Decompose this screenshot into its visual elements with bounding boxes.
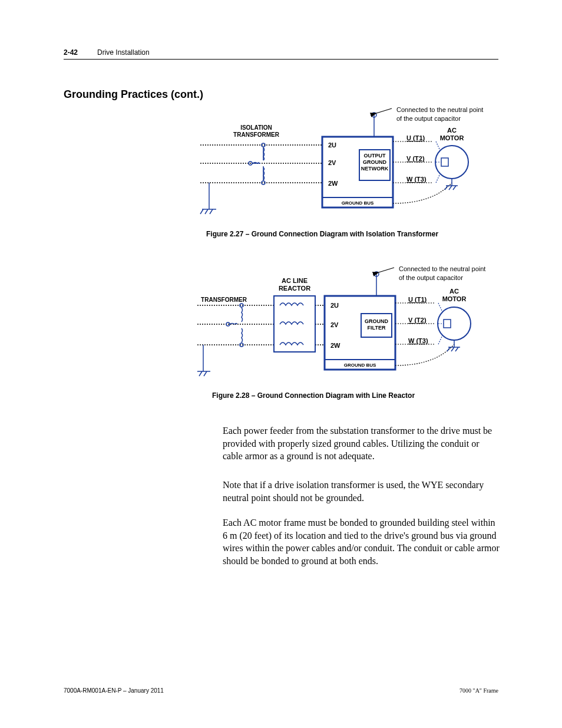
footer-doc-id: 7000A-RM001A-EN-P – January 2011	[64, 687, 164, 694]
svg-line-44	[449, 186, 452, 190]
svg-text:TRANSFORMER: TRANSFORMER	[201, 297, 247, 303]
svg-text:V (T2): V (T2)	[408, 317, 427, 324]
svg-text:GROUND BUS: GROUND BUS	[342, 200, 374, 206]
figure-228-caption: Figure 2.28 – Ground Connection Diagram …	[212, 391, 415, 400]
svg-line-40	[436, 174, 440, 183]
svg-text:REACTOR: REACTOR	[279, 285, 310, 292]
svg-line-38	[436, 141, 440, 150]
footer-frame: 7000 "A" Frame	[459, 687, 498, 694]
svg-line-21	[205, 209, 208, 214]
svg-line-95	[455, 347, 458, 351]
svg-text:ISOLATION: ISOLATION	[240, 124, 272, 131]
svg-line-25	[376, 108, 392, 113]
svg-text:U (T1): U (T1)	[408, 296, 427, 303]
svg-line-72	[204, 371, 207, 376]
svg-line-71	[199, 371, 202, 376]
svg-line-45	[453, 186, 456, 190]
paragraph-2: Note that if a drive isolation transform…	[223, 479, 500, 504]
figure-227-diagram: OUTPUT GROUND NETWORK GROUND BUS 2U 2V 2…	[197, 106, 504, 223]
svg-text:FILTER: FILTER	[368, 325, 386, 331]
svg-text:AC: AC	[447, 127, 457, 134]
svg-rect-37	[441, 158, 448, 166]
svg-line-93	[447, 347, 450, 351]
svg-text:2V: 2V	[330, 321, 339, 328]
svg-text:MOTOR: MOTOR	[440, 134, 464, 141]
svg-text:Connected to the neutral point: Connected to the neutral point	[396, 106, 483, 113]
svg-text:2W: 2W	[328, 180, 338, 187]
svg-text:V (T2): V (T2)	[406, 155, 425, 162]
svg-text:GROUND BUS: GROUND BUS	[344, 363, 376, 368]
svg-text:W (T3): W (T3)	[406, 176, 427, 183]
svg-text:2W: 2W	[330, 342, 340, 349]
figure-228-diagram: GROUND FILTER GROUND BUS 2U 2V 2W AC LIN…	[197, 265, 504, 388]
figure-227-caption: Figure 2.27 – Ground Connection Diagram …	[206, 230, 438, 238]
svg-line-94	[451, 347, 454, 351]
svg-text:TRANSFORMER: TRANSFORMER	[233, 131, 280, 138]
svg-text:of the output capacitor: of the output capacitor	[396, 115, 461, 122]
svg-point-86	[438, 307, 471, 340]
svg-line-88	[438, 303, 442, 312]
svg-text:OUTPUT: OUTPUT	[364, 153, 386, 159]
svg-text:AC LINE: AC LINE	[282, 277, 308, 284]
page-number: 2-42	[64, 48, 78, 57]
svg-point-36	[435, 146, 468, 179]
svg-text:AC: AC	[449, 288, 459, 295]
header-divider	[64, 59, 498, 60]
svg-text:U (T1): U (T1)	[406, 134, 425, 141]
svg-rect-87	[444, 319, 451, 328]
svg-text:MOTOR: MOTOR	[442, 295, 467, 302]
svg-text:2V: 2V	[328, 159, 336, 166]
chapter-title: Drive Installation	[97, 48, 150, 57]
svg-line-22	[210, 209, 213, 214]
svg-line-20	[200, 209, 203, 214]
svg-line-43	[445, 186, 448, 190]
svg-text:of the output capacitor: of the output capacitor	[399, 274, 463, 281]
svg-text:W (T3): W (T3)	[408, 337, 428, 344]
svg-text:Connected to the neutral point: Connected to the neutral point	[399, 265, 485, 272]
svg-text:GROUND: GROUND	[363, 159, 386, 165]
svg-text:2U: 2U	[330, 302, 339, 309]
paragraph-1: Each power feeder from the substation tr…	[223, 424, 500, 463]
section-heading: Grounding Practices (cont.)	[64, 88, 203, 101]
svg-text:GROUND: GROUND	[365, 318, 388, 324]
svg-text:2U: 2U	[328, 141, 336, 149]
svg-line-90	[438, 335, 442, 344]
svg-text:NETWORK: NETWORK	[361, 166, 389, 172]
paragraph-3: Each AC motor frame must be bonded to gr…	[223, 516, 500, 567]
svg-line-75	[379, 268, 394, 272]
